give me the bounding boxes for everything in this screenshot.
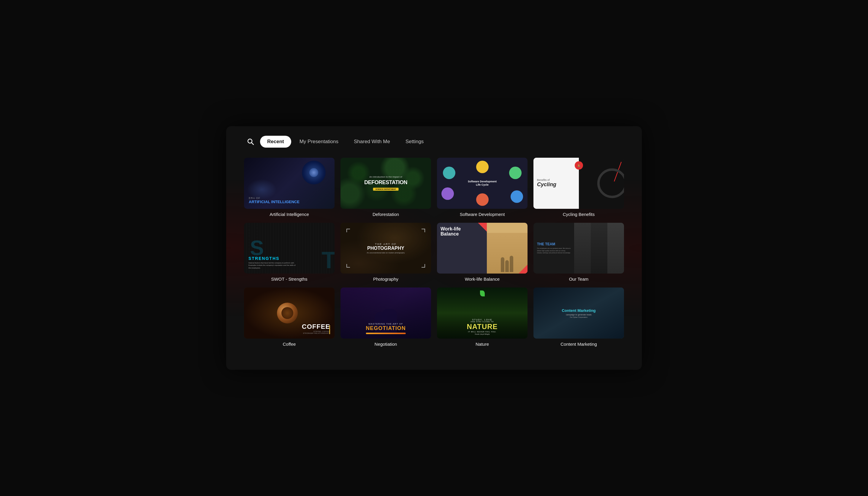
presentation-title-content: Content Marketing bbox=[561, 342, 597, 346]
presentation-title-deforestation: Deforestation bbox=[372, 212, 399, 217]
thumbnail-negotiation: Mastering the art of NEGOTIATION bbox=[340, 288, 431, 339]
presentation-item-negotiation[interactable]: Mastering the art of NEGOTIATION Negotia… bbox=[340, 288, 431, 346]
presentation-item-coffee[interactable]: COFFEE STRONG COFFEESTRONGER RELATIONSHI… bbox=[244, 288, 335, 346]
presentation-item-team[interactable]: THE TEAM Our employees are our greatest … bbox=[533, 223, 624, 282]
svg-line-1 bbox=[252, 143, 254, 145]
presentation-title-software: Software Development bbox=[460, 212, 505, 217]
presentation-item-photography[interactable]: THE ART OF PHOTOGRAPHY An unconventional… bbox=[340, 223, 431, 282]
thumbnail-software: Software Development Life Cycle bbox=[437, 158, 528, 209]
thumbnail-coffee: COFFEE STRONG COFFEESTRONGER RELATIONSHI… bbox=[244, 288, 335, 339]
presentation-item-swot[interactable]: S STRENGTHS Internal factors that have l… bbox=[244, 223, 335, 282]
presentation-item-worklife[interactable]: Work-life Balance Work-life Balance bbox=[437, 223, 528, 282]
thumbnail-worklife: Work-life Balance bbox=[437, 223, 528, 274]
nav-bar: Recent My Presentations Shared With Me S… bbox=[244, 135, 624, 148]
presentation-title-worklife: Work-life Balance bbox=[465, 277, 500, 282]
presentation-item-deforestation[interactable]: An introduction to the impact of DEFORES… bbox=[340, 158, 431, 217]
cycling-icon: 🚴 bbox=[575, 161, 583, 170]
presentation-item-ai[interactable]: ERA OF ARTIFICIAL INTELLIGENCE Artificia… bbox=[244, 158, 335, 217]
thumbnail-team: THE TEAM Our employees are our greatest … bbox=[533, 223, 624, 274]
presentation-item-nature[interactable]: STUDY, LOVE AND STAY CLOSE TO NATURE IT … bbox=[437, 288, 528, 346]
presentation-title-ai: Artificial Intelligence bbox=[270, 212, 309, 217]
thumbnail-ai: ERA OF ARTIFICIAL INTELLIGENCE bbox=[244, 158, 335, 209]
search-button[interactable] bbox=[244, 135, 257, 148]
presentation-title-swot: SWOT - Strengths bbox=[271, 277, 307, 282]
thumbnail-nature: STUDY, LOVE AND STAY CLOSE TO NATURE IT … bbox=[437, 288, 528, 339]
app-container: Recent My Presentations Shared With Me S… bbox=[226, 126, 642, 370]
presentation-item-software[interactable]: Software Development Life Cycle Software… bbox=[437, 158, 528, 217]
nav-tabs: Recent My Presentations Shared With Me S… bbox=[260, 136, 431, 148]
presentation-title-coffee: Coffee bbox=[283, 342, 296, 346]
presentation-item-cycling[interactable]: Benefits of Cycling 🚴 Cycling Benefits bbox=[533, 158, 624, 217]
presentation-title-photography: Photography bbox=[373, 277, 398, 282]
presentation-title-cycling: Cycling Benefits bbox=[563, 212, 595, 217]
thumbnail-cycling: Benefits of Cycling 🚴 bbox=[533, 158, 624, 209]
presentation-title-nature: Nature bbox=[476, 342, 489, 346]
thumbnail-deforestation: An introduction to the impact of DEFORES… bbox=[340, 158, 431, 209]
tab-recent[interactable]: Recent bbox=[260, 136, 291, 148]
tab-settings[interactable]: Settings bbox=[398, 136, 431, 148]
thumbnail-content: Content Marketing campaign to generate l… bbox=[533, 288, 624, 339]
tab-shared-with-me[interactable]: Shared With Me bbox=[347, 136, 397, 148]
presentation-title-team: Our Team bbox=[569, 277, 589, 282]
presentations-grid: ERA OF ARTIFICIAL INTELLIGENCE Artificia… bbox=[244, 158, 624, 346]
thumbnail-photography: THE ART OF PHOTOGRAPHY An unconventional… bbox=[340, 223, 431, 274]
thumbnail-swot: S STRENGTHS Internal factors that have l… bbox=[244, 223, 335, 274]
presentation-item-content[interactable]: Content Marketing campaign to generate l… bbox=[533, 288, 624, 346]
tab-my-presentations[interactable]: My Presentations bbox=[292, 136, 345, 148]
presentation-title-negotiation: Negotiation bbox=[375, 342, 397, 346]
